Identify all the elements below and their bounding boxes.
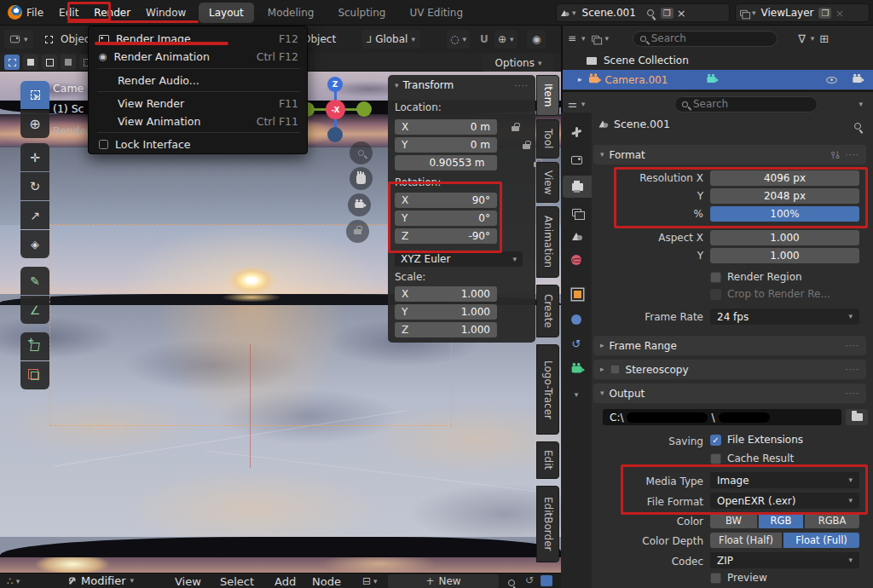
menu-edit[interactable]: Edit (51, 2, 86, 24)
chevron-down-icon[interactable]: ▾ (581, 35, 586, 43)
tool-scale[interactable]: ↗ (20, 201, 49, 229)
file-extensions-checkbox[interactable]: ✓ (710, 435, 721, 446)
tab-render-icon[interactable] (569, 153, 584, 168)
workspace-tab-modeling[interactable]: Modeling (257, 3, 325, 23)
grip-icon[interactable]: ···· (845, 341, 859, 350)
camera-view-button[interactable] (348, 193, 371, 216)
gizmo-z-axis[interactable]: Z (327, 77, 343, 92)
zoom-view-button[interactable] (350, 141, 373, 164)
viewlayer-icon[interactable] (740, 9, 748, 15)
chevron-down-icon[interactable]: ▾ (581, 101, 586, 108)
modifier-dropdown[interactable]: Modifier▾ (66, 574, 134, 587)
pin-icon[interactable] (647, 9, 654, 16)
outliner-display-mode-icon[interactable]: ≡ (568, 32, 576, 44)
stereoscopy-checkbox[interactable] (610, 365, 620, 374)
filter-icon[interactable]: ∇ (798, 32, 806, 45)
menu-render[interactable]: Render (86, 2, 138, 24)
resolution-x-field[interactable]: 4096 px (710, 170, 859, 186)
bottom-menu-add[interactable]: Add (275, 575, 296, 588)
scale-y-field[interactable]: Y1.000 (395, 304, 497, 320)
tab-constraints-icon[interactable]: ↺ (569, 336, 584, 351)
menu-item-view-render[interactable]: View Render F11 (92, 95, 305, 112)
properties-search-input[interactable] (693, 98, 810, 110)
scene-name[interactable]: Scene.001 (580, 7, 639, 19)
output-path-field[interactable]: C:\ \ (603, 409, 841, 425)
sidebar-tab-item[interactable]: Item (536, 75, 559, 116)
pin-icon[interactable] (508, 579, 515, 586)
pan-view-button[interactable] (350, 167, 373, 190)
tool-annotate[interactable]: ✎ (20, 267, 49, 295)
tab-object-data-icon[interactable] (569, 361, 584, 377)
browse-folder-button[interactable] (846, 409, 868, 425)
tool-select-box[interactable]: ➤ (20, 81, 49, 109)
collapse-icon[interactable]: ▾ (395, 82, 399, 89)
color-option-bw[interactable]: BW (710, 513, 757, 528)
chevron-down-icon[interactable]: ▾ (605, 35, 610, 43)
lock-interface-checkbox[interactable] (99, 140, 108, 149)
frame-rate-dropdown[interactable]: 24 fps ▾ (710, 308, 859, 325)
pin-icon[interactable] (854, 123, 861, 130)
workspace-tab-sculpting[interactable]: Sculpting (327, 3, 396, 23)
bottom-menu-select[interactable]: Select (220, 575, 254, 588)
snap-dropdown[interactable]: ◌ ▾ (447, 30, 470, 49)
location-z-field[interactable]: 0.90553 m (395, 155, 497, 170)
rotation-y-field[interactable]: Y0° (395, 210, 497, 226)
overlays-toggle[interactable]: ◉ (527, 30, 546, 49)
location-y-field[interactable]: Y0 m (395, 137, 497, 153)
breadcrumb-label[interactable]: Scene.001 (614, 118, 670, 130)
transform-panel-title[interactable]: Transform (403, 79, 454, 91)
node-tree-browse[interactable]: ⊟▾ (362, 575, 378, 587)
menu-item-render-image[interactable]: Render Image F12 (92, 30, 305, 48)
proportional-editing-dropdown[interactable]: ⊕ ▾ (494, 30, 517, 49)
tool-transform[interactable]: ◈ (20, 230, 49, 258)
sidebar-tab-create[interactable]: Create (536, 285, 559, 337)
preview-checkbox[interactable] (710, 573, 721, 584)
aspect-y-field[interactable]: 1.000 (710, 248, 859, 263)
workspace-tab-uv-editing[interactable]: UV Editing (399, 3, 473, 23)
tool-icon-blue[interactable] (541, 575, 552, 586)
rotation-x-field[interactable]: X90° (395, 193, 497, 208)
color-depth-half[interactable]: Float (Half) (710, 533, 782, 548)
grip-icon[interactable]: ···· (514, 81, 529, 90)
media-type-dropdown[interactable]: Image ▾ (710, 472, 859, 488)
select-mode-new[interactable] (4, 55, 20, 70)
render-region-checkbox[interactable] (710, 272, 721, 283)
tab-world-icon[interactable] (569, 252, 584, 268)
properties-editor-icon[interactable]: ⚌ (568, 98, 577, 110)
rotation-mode-dropdown[interactable]: XYZ Euler ▾ (395, 251, 523, 267)
grip-icon[interactable]: ···· (845, 389, 859, 398)
tool-logo-tracer[interactable] (20, 361, 49, 389)
expand-icon[interactable]: ▸ (578, 76, 582, 84)
menu-file[interactable]: File (19, 2, 51, 24)
chevron-down-icon[interactable]: ▾ (572, 9, 576, 17)
magnet-icon[interactable]: U (480, 33, 489, 45)
select-mode-extend[interactable] (23, 55, 38, 70)
tab-viewlayer-icon[interactable] (569, 205, 584, 220)
color-option-rgba[interactable]: RGBA (805, 513, 859, 528)
workspace-tab-layout[interactable]: Layout (199, 3, 254, 23)
tab-physics-icon[interactable] (569, 312, 584, 327)
tab-tool-icon[interactable] (569, 124, 584, 140)
sidebar-tab-edit[interactable]: Edit (536, 441, 559, 479)
output-section-header[interactable]: ▾ Output ···· (593, 383, 866, 403)
snap-icon[interactable]: ↺ (525, 574, 534, 586)
grip-icon[interactable]: ···· (845, 150, 859, 159)
menu-item-view-animation[interactable]: View Animation Ctrl F11 (92, 112, 305, 130)
bottom-menu-node[interactable]: Node (312, 575, 341, 588)
bottom-menu-view[interactable]: View (175, 575, 201, 588)
outliner-search[interactable] (633, 31, 778, 47)
filter-mode-icon[interactable] (592, 35, 599, 41)
sidebar-tab-view[interactable]: View (536, 162, 559, 203)
close-viewlayer-icon[interactable]: × (835, 7, 844, 20)
location-x-field[interactable]: X0 m (395, 119, 497, 135)
tool-add-cube[interactable] (20, 332, 49, 360)
select-mode-subtract[interactable] (42, 55, 57, 70)
color-option-rgb[interactable]: RGB (759, 513, 803, 528)
format-section-header[interactable]: ▾ Format ⫯⫰ ···· (593, 145, 866, 164)
tab-object-icon[interactable] (569, 286, 585, 302)
close-scene-icon[interactable]: × (677, 7, 686, 20)
properties-search[interactable] (674, 96, 818, 112)
sidebar-tab-tool[interactable]: Tool (536, 119, 559, 159)
tool-move[interactable]: ✛ (20, 143, 49, 171)
select-mode-invert[interactable] (61, 55, 76, 70)
